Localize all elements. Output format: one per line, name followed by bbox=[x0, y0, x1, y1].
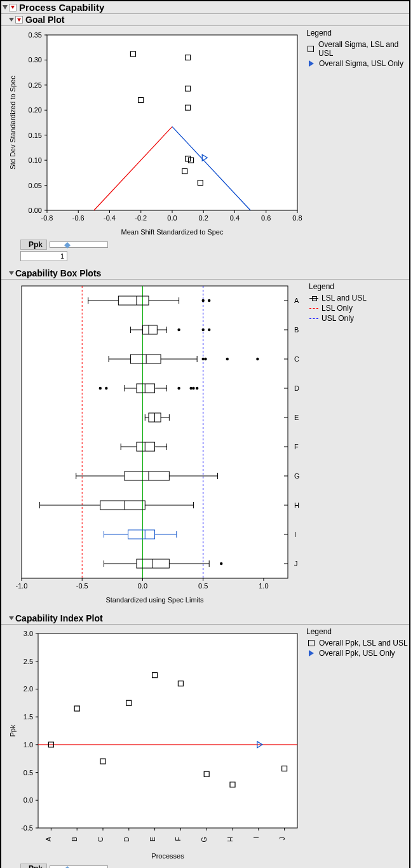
svg-text:0.35: 0.35 bbox=[29, 31, 42, 39]
svg-point-119 bbox=[177, 387, 180, 390]
svg-text:0.00: 0.00 bbox=[29, 207, 42, 214]
disclosure-triangle-icon[interactable] bbox=[9, 271, 14, 275]
svg-point-117 bbox=[99, 387, 102, 390]
svg-text:0.6: 0.6 bbox=[261, 214, 271, 222]
svg-point-98 bbox=[177, 329, 180, 331]
index-plot-header[interactable]: Capability Index Plot bbox=[1, 613, 409, 625]
svg-text:C: C bbox=[97, 837, 104, 842]
svg-text:0.8: 0.8 bbox=[292, 214, 302, 222]
ppk-slider[interactable] bbox=[50, 241, 108, 248]
svg-text:Std Dev Standardized to Spec: Std Dev Standardized to Spec bbox=[9, 76, 17, 170]
index-plot-body: -0.50.00.51.01.52.02.53.0PpkABCDEFGHIJPr… bbox=[1, 625, 409, 868]
svg-text:-0.8: -0.8 bbox=[41, 214, 53, 222]
legend-label: LSL Only bbox=[322, 304, 353, 313]
box-plots-chart: -1.0-0.50.00.51.0Standardized using Spec… bbox=[4, 282, 306, 606]
legend-item: LSL Only bbox=[309, 304, 367, 313]
svg-text:J: J bbox=[278, 837, 286, 841]
ppk-label: Ppk bbox=[20, 240, 47, 250]
svg-point-122 bbox=[196, 387, 198, 390]
svg-text:0.0: 0.0 bbox=[24, 796, 33, 804]
goal-plot-legend: Legend Overall Sigma, LSL and USL Overal… bbox=[306, 29, 409, 69]
svg-text:A: A bbox=[294, 297, 299, 304]
svg-text:-1.0: -1.0 bbox=[16, 582, 28, 590]
svg-text:I: I bbox=[294, 531, 296, 538]
svg-text:0.05: 0.05 bbox=[29, 182, 42, 189]
blue-triangle-icon bbox=[309, 650, 314, 656]
svg-text:F: F bbox=[174, 837, 182, 841]
goal-plot-title: Goal Plot bbox=[25, 15, 64, 25]
svg-text:G: G bbox=[200, 837, 208, 843]
legend-item: Overall Sigma, USL Only bbox=[306, 59, 409, 68]
disclosure-triangle-icon[interactable] bbox=[3, 5, 8, 10]
black-box-icon bbox=[309, 298, 318, 299]
blue-triangle-icon bbox=[309, 60, 314, 67]
svg-point-100 bbox=[208, 329, 210, 331]
svg-text:Standardized using Spec Limits: Standardized using Spec Limits bbox=[105, 596, 204, 604]
section-menu-icon[interactable] bbox=[15, 16, 23, 24]
legend-label: Overall Ppk, USL Only bbox=[319, 649, 395, 658]
legend-header: Legend bbox=[306, 627, 408, 636]
svg-text:A: A bbox=[44, 836, 52, 841]
svg-text:-0.4: -0.4 bbox=[104, 214, 116, 222]
svg-text:H: H bbox=[294, 501, 299, 509]
svg-point-107 bbox=[201, 358, 204, 360]
svg-text:0.5: 0.5 bbox=[24, 769, 33, 776]
svg-text:1.0: 1.0 bbox=[259, 582, 268, 590]
svg-rect-0 bbox=[47, 35, 297, 210]
svg-text:-0.2: -0.2 bbox=[135, 214, 147, 222]
box-plots-title: Capability Box Plots bbox=[15, 268, 101, 278]
svg-text:0.4: 0.4 bbox=[230, 214, 240, 222]
ppk-slider-row: Ppk bbox=[20, 240, 409, 250]
svg-text:B: B bbox=[71, 837, 78, 841]
svg-point-90 bbox=[201, 299, 204, 302]
ppk-slider-row: Ppk bbox=[20, 864, 409, 868]
svg-text:0.2: 0.2 bbox=[199, 214, 208, 222]
ppk-label: Ppk bbox=[20, 864, 47, 868]
legend-header: Legend bbox=[309, 282, 367, 291]
legend-item: USL Only bbox=[309, 314, 367, 323]
svg-text:Processes: Processes bbox=[151, 852, 184, 860]
svg-text:Mean Shift Standardized to Spe: Mean Shift Standardized to Spec bbox=[121, 228, 224, 236]
svg-text:E: E bbox=[294, 414, 299, 421]
box-plots-body: -1.0-0.50.00.51.0Standardized using Spec… bbox=[1, 280, 409, 613]
svg-point-118 bbox=[105, 387, 107, 390]
svg-point-109 bbox=[226, 358, 229, 360]
svg-text:-0.5: -0.5 bbox=[21, 824, 33, 832]
svg-text:2.0: 2.0 bbox=[24, 685, 33, 693]
blue-line-icon bbox=[309, 318, 318, 319]
slider-handle-icon[interactable] bbox=[64, 239, 71, 245]
svg-point-159 bbox=[220, 562, 222, 565]
svg-text:D: D bbox=[123, 837, 130, 842]
legend-label: Overall Ppk, LSL and USL bbox=[319, 639, 408, 648]
box-plots-header[interactable]: Capability Box Plots bbox=[1, 268, 409, 280]
svg-text:C: C bbox=[294, 355, 299, 363]
disclosure-triangle-icon[interactable] bbox=[9, 616, 14, 620]
disclosure-triangle-icon[interactable] bbox=[9, 18, 14, 22]
svg-text:0.0: 0.0 bbox=[138, 582, 147, 590]
svg-point-121 bbox=[192, 387, 194, 390]
svg-text:D: D bbox=[294, 384, 299, 392]
svg-text:J: J bbox=[294, 560, 298, 567]
svg-text:H: H bbox=[226, 837, 234, 842]
svg-text:-0.6: -0.6 bbox=[72, 214, 85, 222]
svg-text:0.20: 0.20 bbox=[29, 106, 42, 114]
svg-text:0.5: 0.5 bbox=[198, 582, 208, 590]
ppk-value-input[interactable]: 1 bbox=[20, 251, 67, 261]
svg-text:2.5: 2.5 bbox=[24, 658, 33, 665]
goal-plot-body: -0.8-0.6-0.4-0.20.00.20.40.60.80.000.050… bbox=[1, 26, 409, 268]
index-plot-legend: Legend Overall Ppk, LSL and USL Overall … bbox=[306, 627, 408, 659]
ppk-slider[interactable] bbox=[50, 865, 108, 868]
open-square-icon bbox=[308, 640, 315, 646]
svg-text:3.0: 3.0 bbox=[24, 630, 33, 637]
root-title: Process Capability bbox=[19, 2, 104, 13]
legend-label: Overall Sigma, LSL and USL bbox=[318, 40, 409, 58]
legend-header: Legend bbox=[306, 29, 409, 37]
root-header[interactable]: Process Capability bbox=[1, 1, 409, 14]
goal-plot-header[interactable]: Goal Plot bbox=[1, 14, 409, 26]
box-plots-legend: Legend LSL and USL LSL Only USL Only bbox=[309, 282, 367, 324]
index-plot-title: Capability Index Plot bbox=[15, 613, 103, 623]
slider-handle-icon[interactable] bbox=[64, 863, 71, 868]
section-menu-icon[interactable] bbox=[9, 4, 17, 11]
svg-text:1.0: 1.0 bbox=[24, 741, 33, 749]
legend-item: Overall Ppk, LSL and USL bbox=[306, 639, 408, 648]
